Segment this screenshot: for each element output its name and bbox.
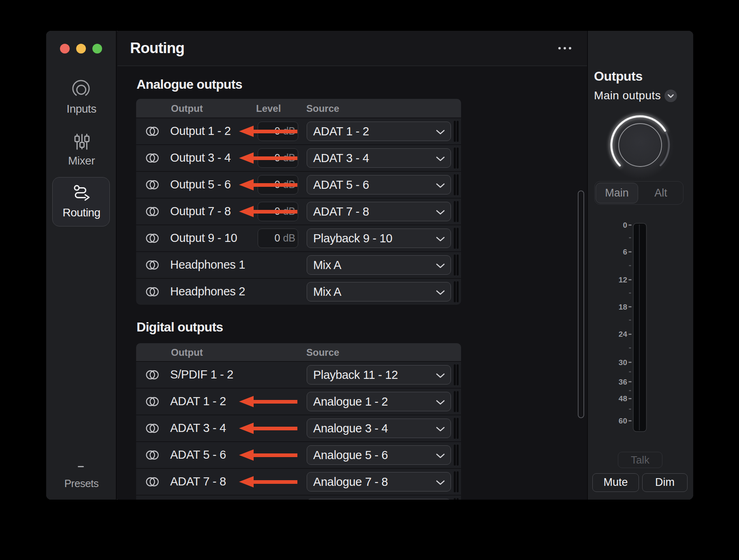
svg-text:30: 30 — [619, 358, 627, 367]
svg-text:12: 12 — [619, 276, 627, 284]
svg-text:18: 18 — [619, 303, 627, 311]
svg-text:6: 6 — [623, 248, 627, 256]
svg-text:0: 0 — [623, 221, 627, 229]
svg-text:36: 36 — [619, 378, 627, 386]
svg-text:60: 60 — [619, 417, 627, 425]
svg-text:24: 24 — [619, 330, 628, 338]
svg-text:48: 48 — [619, 394, 627, 403]
